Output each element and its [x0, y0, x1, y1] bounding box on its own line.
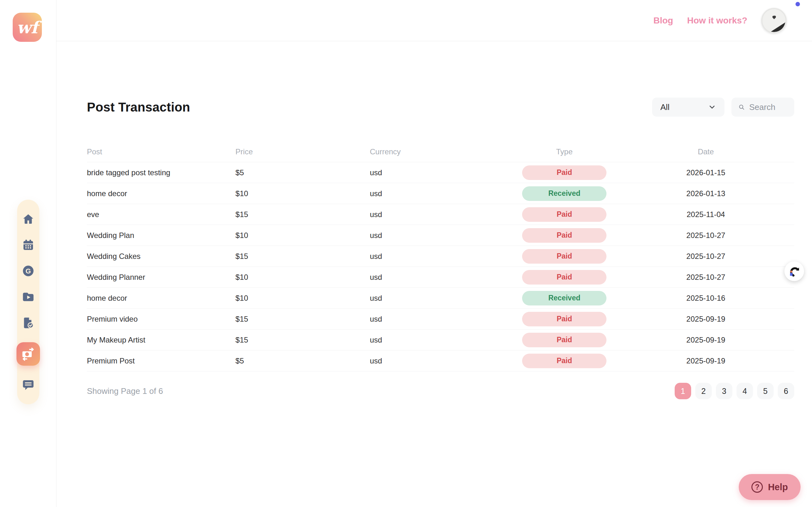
cell-currency: usd	[370, 210, 511, 219]
feedback-widget-button[interactable]	[784, 262, 804, 281]
sidebar-item-google[interactable]: G	[21, 264, 35, 278]
cell-post: home decor	[87, 189, 235, 198]
type-badge: Paid	[522, 270, 606, 285]
search-box	[731, 98, 794, 117]
search-icon	[739, 103, 745, 112]
video-icon	[22, 291, 35, 303]
cell-currency: usd	[370, 168, 511, 177]
cell-date: 2025-09-19	[617, 336, 794, 344]
sidebar-item-home[interactable]	[21, 212, 35, 226]
cell-post: Wedding Cakes	[87, 252, 235, 261]
document-check-icon	[22, 317, 35, 329]
page-button-2[interactable]: 2	[695, 383, 712, 399]
svg-text:G: G	[26, 267, 31, 275]
feedback-widget-icon	[788, 265, 800, 277]
cell-post: bride tagged post testing	[87, 168, 235, 177]
cell-price: $10	[235, 231, 370, 240]
sidebar-nav: G	[17, 200, 39, 404]
page-button-4[interactable]: 4	[737, 383, 753, 399]
page-status: Showing Page 1 of 6	[87, 386, 163, 396]
cell-post: Premium video	[87, 315, 235, 324]
filter-value: All	[660, 102, 670, 112]
cell-post: home decor	[87, 294, 235, 302]
cell-currency: usd	[370, 189, 511, 198]
cell-date: 2025-10-16	[617, 294, 794, 302]
cell-date: 2025-09-19	[617, 356, 794, 365]
cell-type: Paid	[511, 312, 618, 326]
table-row: My Makeup Artist$15usdPaid2025-09-19	[87, 330, 794, 350]
sidebar-item-documents[interactable]	[21, 316, 35, 330]
table-row: Wedding Cakes$15usdPaid2025-10-27	[87, 246, 794, 267]
cell-currency: usd	[370, 273, 511, 282]
cell-currency: usd	[370, 336, 511, 344]
main-content: Post Transaction All PostPriceCurrencyTy…	[56, 41, 812, 399]
cell-date: 2025-10-27	[617, 252, 794, 261]
cell-post: eve	[87, 210, 235, 219]
type-badge: Paid	[522, 228, 606, 243]
column-header-currency: Currency	[370, 147, 511, 156]
table-footer: Showing Page 1 of 6 123456	[87, 383, 794, 399]
help-button[interactable]: ? Help	[739, 474, 801, 500]
cell-date: 2026-01-13	[617, 189, 794, 198]
cell-post: Premium Post	[87, 356, 235, 365]
filter-dropdown[interactable]: All	[652, 98, 724, 117]
cell-price: $10	[235, 273, 370, 282]
sidebar-item-transactions[interactable]	[16, 342, 40, 366]
cell-type: Paid	[511, 165, 618, 180]
cell-post: My Makeup Artist	[87, 336, 235, 344]
cell-date: 2025-09-19	[617, 315, 794, 324]
nav-link-blog[interactable]: Blog	[653, 15, 673, 26]
page-button-5[interactable]: 5	[757, 383, 774, 399]
cell-date: 2025-11-04	[617, 210, 794, 219]
help-label: Help	[768, 482, 788, 493]
nav-link-how-it-works[interactable]: How it works?	[687, 15, 747, 26]
page-button-1[interactable]: 1	[675, 383, 691, 399]
page-button-3[interactable]: 3	[716, 383, 732, 399]
g-circle-icon: G	[22, 265, 35, 277]
cell-price: $10	[235, 294, 370, 302]
cell-type: Paid	[511, 207, 618, 222]
notification-dot	[796, 2, 800, 6]
cell-date: 2026-01-15	[617, 168, 794, 177]
cell-price: $15	[235, 336, 370, 344]
table-row: Premium Post$5usdPaid2025-09-19	[87, 350, 794, 372]
calendar-icon	[22, 239, 35, 251]
home-icon	[22, 213, 35, 225]
cell-price: $15	[235, 315, 370, 324]
table-header-row: PostPriceCurrencyTypeDate	[87, 141, 794, 162]
cell-currency: usd	[370, 231, 511, 240]
table-body: bride tagged post testing$5usdPaid2026-0…	[87, 162, 794, 372]
cell-type: Received	[511, 291, 618, 305]
table-row: bride tagged post testing$5usdPaid2026-0…	[87, 162, 794, 183]
table-row: eve$15usdPaid2025-11-04	[87, 204, 794, 225]
table-row: home decor$10usdReceived2025-10-16	[87, 288, 794, 308]
transactions-table: PostPriceCurrencyTypeDate bride tagged p…	[87, 141, 794, 372]
table-controls: All	[652, 98, 794, 117]
pagination: 123456	[675, 383, 794, 399]
sidebar-item-calendar[interactable]	[21, 238, 35, 251]
column-header-type: Type	[511, 147, 618, 156]
table-row: Wedding Planner$10usdPaid2025-10-27	[87, 267, 794, 288]
column-header-post: Post	[87, 147, 235, 156]
cell-currency: usd	[370, 315, 511, 324]
chat-icon	[22, 379, 35, 391]
type-badge: Paid	[522, 333, 606, 347]
page-button-6[interactable]: 6	[778, 383, 794, 399]
sidebar-item-chat[interactable]	[21, 378, 35, 392]
page-title: Post Transaction	[87, 100, 190, 114]
cell-type: Paid	[511, 333, 618, 347]
type-badge: Received	[522, 186, 606, 201]
cell-date: 2025-10-27	[617, 231, 794, 240]
cell-post: Wedding Plan	[87, 231, 235, 240]
sidebar-item-video[interactable]	[21, 290, 35, 303]
table-row: Premium video$15usdPaid2025-09-19	[87, 308, 794, 330]
brand-logo[interactable]: wf	[13, 13, 42, 42]
search-input[interactable]	[749, 102, 787, 112]
cell-currency: usd	[370, 294, 511, 302]
cell-type: Paid	[511, 270, 618, 285]
avatar-image	[763, 9, 786, 33]
column-header-date: Date	[617, 147, 794, 156]
avatar[interactable]	[761, 8, 786, 33]
type-badge: Paid	[522, 207, 606, 222]
cell-date: 2025-10-27	[617, 273, 794, 282]
